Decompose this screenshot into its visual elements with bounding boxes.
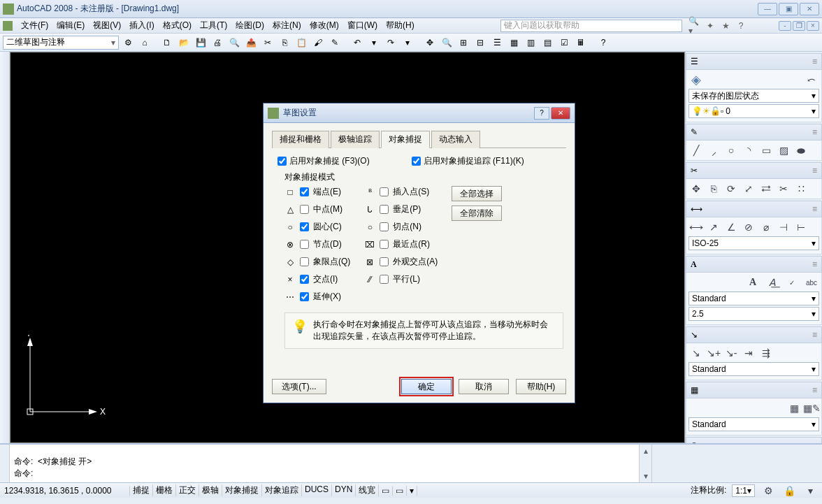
circle-icon[interactable]: ○ bbox=[723, 143, 739, 158]
markup-icon[interactable]: ☑ bbox=[556, 35, 572, 50]
scale-icon[interactable]: ⤢ bbox=[741, 181, 756, 196]
mode-button[interactable]: 极轴 bbox=[199, 484, 222, 496]
leader-align-icon[interactable]: ⇥ bbox=[741, 345, 756, 361]
print-icon[interactable]: 🖨 bbox=[210, 35, 225, 50]
tab-1[interactable]: 极轴追踪 bbox=[331, 131, 380, 148]
dimdia-icon[interactable]: ⌀ bbox=[758, 219, 774, 235]
cancel-button[interactable]: 取消 bbox=[459, 379, 509, 394]
line-icon[interactable]: ╱ bbox=[688, 143, 704, 158]
snap-checkbox[interactable] bbox=[300, 275, 309, 284]
menu-item[interactable]: 文件(F) bbox=[17, 18, 52, 33]
layer-state-dropdown[interactable]: 未保存的图层状态▾ bbox=[688, 89, 819, 103]
pline-icon[interactable]: ⸝ bbox=[706, 143, 721, 158]
menu-item[interactable]: 编辑(E) bbox=[52, 18, 89, 33]
designcenter-icon[interactable]: ▦ bbox=[506, 35, 521, 50]
help-search-input[interactable]: 键入问题以获取帮助 bbox=[500, 20, 682, 32]
layerprev-icon[interactable]: ⤺ bbox=[804, 72, 819, 87]
model-button[interactable]: ▭ bbox=[379, 486, 393, 496]
favorites-icon[interactable]: ★ bbox=[719, 20, 733, 32]
panel-text-icon[interactable]: A bbox=[691, 259, 697, 270]
statusmenu-icon[interactable]: ▾ bbox=[802, 483, 818, 498]
dlg-help-button[interactable]: 帮助(H) bbox=[516, 379, 566, 394]
mode-button[interactable]: DUCS bbox=[302, 484, 332, 496]
dimstyle-dropdown[interactable]: ISO-25▾ bbox=[688, 236, 819, 250]
spell-icon[interactable]: ✓ bbox=[784, 275, 800, 290]
dimbase-icon[interactable]: ⊢ bbox=[793, 219, 809, 235]
workspace-dropdown[interactable]: 二维草图与注释▾ bbox=[3, 36, 119, 50]
leader-rem-icon[interactable]: ↘- bbox=[723, 345, 739, 361]
minimize-button[interactable]: — bbox=[758, 3, 777, 15]
snap-checkbox[interactable] bbox=[380, 275, 389, 284]
dimang-icon[interactable]: ∠ bbox=[723, 219, 739, 235]
cmd-scrollbar[interactable]: ▴▾ bbox=[639, 445, 651, 482]
leaderstyle-dropdown[interactable]: Standard▾ bbox=[688, 362, 819, 376]
tablestyle-dropdown[interactable]: Standard▾ bbox=[688, 417, 819, 431]
menu-item[interactable]: 窗口(W) bbox=[343, 18, 382, 33]
rotate-icon[interactable]: ⟳ bbox=[723, 181, 739, 196]
doc-minimize-button[interactable]: - bbox=[779, 21, 791, 31]
close-button[interactable]: ✕ bbox=[800, 3, 819, 15]
trim-icon[interactable]: ✂ bbox=[776, 181, 791, 196]
tab-3[interactable]: 动态输入 bbox=[431, 131, 480, 148]
new-icon[interactable]: 🗋 bbox=[159, 35, 175, 50]
undo-drop-icon[interactable]: ▾ bbox=[366, 35, 382, 50]
command-area[interactable]: 命令: <对象捕捉 开> 命令: ▴▾ bbox=[0, 443, 822, 482]
menu-item[interactable]: 工具(T) bbox=[196, 18, 231, 33]
dialog-close-icon[interactable]: ✕ bbox=[551, 107, 570, 120]
select-all-button[interactable]: 全部选择 bbox=[452, 186, 502, 201]
leader-add-icon[interactable]: ↘+ bbox=[706, 345, 721, 361]
options-button[interactable]: 选项(T)... bbox=[272, 379, 326, 394]
preview-icon[interactable]: 🔍 bbox=[226, 35, 242, 50]
mode-button[interactable]: 对象追踪 bbox=[262, 484, 302, 496]
panel-draw-icon[interactable]: ✎ bbox=[691, 127, 698, 137]
blockeditor-icon[interactable]: ✎ bbox=[327, 35, 342, 50]
lock-icon[interactable]: 🔒 bbox=[781, 483, 797, 498]
panel-table-icon[interactable]: ▦ bbox=[691, 385, 698, 395]
panel-layers-icon[interactable]: ☰ bbox=[691, 57, 698, 66]
menu-item[interactable]: 帮助(H) bbox=[382, 18, 419, 33]
more-button[interactable]: ▾ bbox=[407, 486, 417, 496]
scale-dropdown[interactable]: 1:1 ▾ bbox=[732, 484, 755, 497]
rect-icon[interactable]: ▭ bbox=[758, 143, 774, 158]
enable-track-checkbox[interactable]: 启用对象捕捉追踪 (F11)(K) bbox=[412, 155, 524, 167]
mirror-icon[interactable]: ⮂ bbox=[758, 181, 774, 196]
layers-icon[interactable]: ◈ bbox=[688, 72, 704, 87]
ok-button[interactable]: 确定 bbox=[401, 379, 452, 394]
maximize-button[interactable]: ▣ bbox=[779, 3, 798, 15]
cut-icon[interactable]: ✂ bbox=[260, 35, 275, 50]
snap-checkbox[interactable] bbox=[300, 187, 309, 196]
mode-button[interactable]: 线宽 bbox=[356, 484, 379, 496]
table-icon[interactable]: ▦ bbox=[786, 401, 802, 416]
snap-checkbox[interactable] bbox=[300, 292, 309, 301]
dimlin-icon[interactable]: ⟷ bbox=[688, 219, 704, 235]
menu-item[interactable]: 视图(V) bbox=[89, 18, 125, 33]
mode-button[interactable]: 对象捕捉 bbox=[222, 484, 262, 496]
menu-item[interactable]: 格式(O) bbox=[159, 18, 196, 33]
snap-checkbox[interactable] bbox=[300, 240, 309, 249]
zoom-icon[interactable]: 🔍 bbox=[439, 35, 454, 50]
copy-icon[interactable]: ⎘ bbox=[277, 35, 292, 50]
move-icon[interactable]: ✥ bbox=[688, 181, 704, 196]
tab-2[interactable]: 对象捕捉 bbox=[381, 131, 430, 148]
help-icon[interactable]: ? bbox=[734, 20, 748, 32]
snap-checkbox[interactable] bbox=[380, 187, 389, 196]
panel-leader-icon[interactable]: ↘ bbox=[691, 330, 698, 340]
zoomwin-icon[interactable]: ⊞ bbox=[456, 35, 471, 50]
redo-icon[interactable]: ↷ bbox=[383, 35, 398, 50]
panel-modify-icon[interactable]: ✂ bbox=[691, 166, 698, 175]
home-icon[interactable]: ⌂ bbox=[137, 35, 152, 50]
doc-restore-button[interactable]: ❐ bbox=[793, 21, 805, 31]
properties-icon[interactable]: ☰ bbox=[489, 35, 505, 50]
menu-item[interactable]: 插入(I) bbox=[125, 18, 158, 33]
mode-button[interactable]: DYN bbox=[332, 484, 356, 496]
publish-icon[interactable]: 📤 bbox=[243, 35, 259, 50]
dtext-icon[interactable]: A͟ bbox=[765, 275, 780, 290]
snap-checkbox[interactable] bbox=[300, 205, 309, 214]
menu-item[interactable]: 绘图(D) bbox=[231, 18, 268, 33]
zoomprev-icon[interactable]: ⊟ bbox=[473, 35, 488, 50]
calc-icon[interactable]: 🖩 bbox=[573, 35, 589, 50]
dimcont-icon[interactable]: ⊣ bbox=[776, 219, 791, 235]
menu-item[interactable]: 标注(N) bbox=[268, 18, 305, 33]
undo-icon[interactable]: ↶ bbox=[349, 35, 365, 50]
clear-all-button[interactable]: 全部清除 bbox=[452, 206, 502, 221]
